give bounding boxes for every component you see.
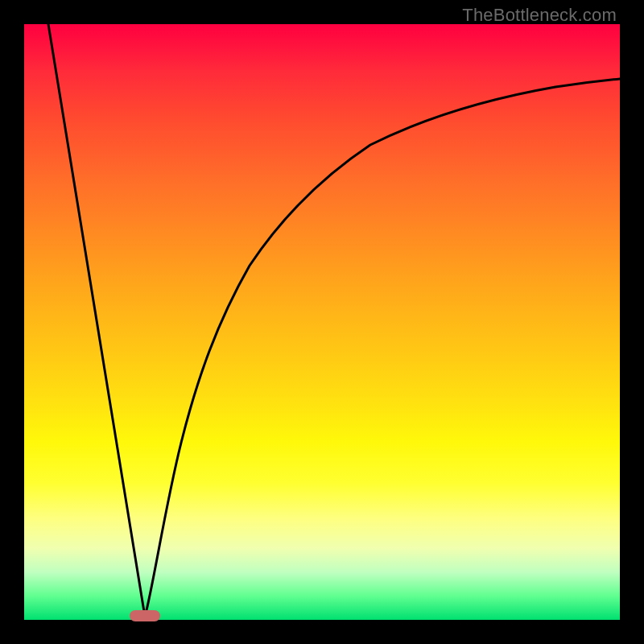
bottleneck-marker	[130, 610, 160, 621]
curve-right	[145, 79, 620, 617]
plot-area	[24, 24, 620, 620]
curve-svg	[24, 24, 620, 620]
chart-container: TheBottleneck.com	[0, 0, 644, 644]
curve-left	[48, 24, 145, 617]
watermark-text: TheBottleneck.com	[462, 5, 617, 26]
